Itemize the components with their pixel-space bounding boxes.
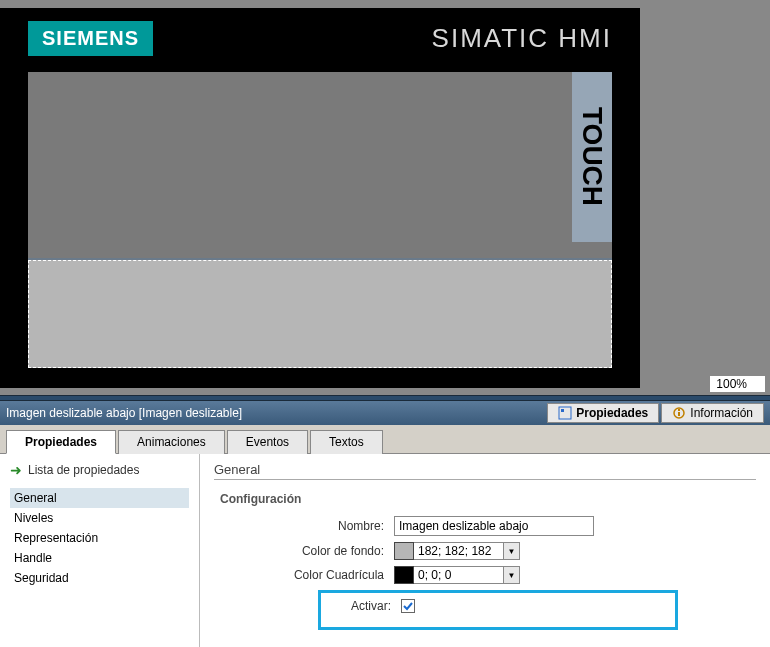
- tab-propiedades[interactable]: Propiedades: [6, 430, 116, 454]
- inspector-content: ➜ Lista de propiedades General Niveles R…: [0, 454, 770, 647]
- sidebar-item-representacion[interactable]: Representación: [10, 528, 189, 548]
- zoom-indicator[interactable]: 100%: [709, 375, 766, 393]
- device-header: SIEMENS SIMATIC HMI: [0, 8, 640, 68]
- sidebar-item-seguridad[interactable]: Seguridad: [10, 568, 189, 588]
- swatch-color-fondo[interactable]: [394, 542, 414, 560]
- label-activar: Activar:: [325, 599, 401, 613]
- product-title: SIMATIC HMI: [432, 23, 612, 54]
- hmi-device-frame: SIEMENS SIMATIC HMI TOUCH: [0, 8, 640, 388]
- inspector-titlebar: Imagen deslizable abajo [Imagen deslizab…: [0, 401, 770, 425]
- svg-rect-0: [559, 407, 571, 419]
- siemens-logo: SIEMENS: [28, 21, 153, 56]
- dropdown-color-fondo[interactable]: ▼: [504, 542, 520, 560]
- svg-rect-3: [678, 412, 680, 416]
- highlight-activar: Activar:: [318, 590, 678, 630]
- tab-animaciones[interactable]: Animaciones: [118, 430, 225, 454]
- property-list-header[interactable]: ➜ Lista de propiedades: [10, 462, 189, 478]
- input-color-fondo[interactable]: [414, 542, 504, 560]
- label-color-cuadricula: Color Cuadrícula: [214, 568, 394, 582]
- tab-eventos[interactable]: Eventos: [227, 430, 308, 454]
- properties-icon: [558, 406, 572, 420]
- slide-in-screen-bottom[interactable]: [28, 260, 612, 368]
- row-nombre: Nombre:: [214, 516, 756, 536]
- property-list-sidebar: ➜ Lista de propiedades General Niveles R…: [0, 454, 200, 647]
- inspector-tab-info[interactable]: Información: [661, 403, 764, 423]
- tab-textos[interactable]: Textos: [310, 430, 383, 454]
- list-icon: ➜: [10, 462, 22, 478]
- swatch-color-cuadricula[interactable]: [394, 566, 414, 584]
- row-color-fondo: Color de fondo: ▼: [214, 542, 756, 560]
- inspector-tabstrip: Propiedades Animaciones Eventos Textos: [0, 425, 770, 454]
- section-title: General: [214, 462, 756, 480]
- input-nombre[interactable]: [394, 516, 594, 536]
- label-color-fondo: Color de fondo:: [214, 544, 394, 558]
- svg-rect-4: [678, 409, 680, 411]
- input-color-cuadricula[interactable]: [414, 566, 504, 584]
- sidebar-item-general[interactable]: General: [10, 488, 189, 508]
- object-title: Imagen deslizable abajo [Imagen deslizab…: [6, 406, 547, 420]
- grid-dots: [33, 265, 607, 363]
- property-list-title: Lista de propiedades: [28, 463, 139, 477]
- dropdown-color-cuadricula[interactable]: ▼: [504, 566, 520, 584]
- info-icon: [672, 406, 686, 420]
- label-nombre: Nombre:: [214, 519, 394, 533]
- inspector-tab-label: Propiedades: [576, 406, 648, 420]
- screen-main-area[interactable]: [28, 72, 612, 258]
- svg-rect-1: [561, 409, 564, 412]
- inspector-tab-label: Información: [690, 406, 753, 420]
- touch-side-label: TOUCH: [572, 72, 612, 242]
- sidebar-item-niveles[interactable]: Niveles: [10, 508, 189, 528]
- row-color-cuadricula: Color Cuadrícula ▼: [214, 566, 756, 584]
- property-panel: General Configuración Nombre: Color de f…: [200, 454, 770, 647]
- device-screen: [28, 72, 612, 368]
- checkbox-activar[interactable]: [401, 599, 415, 613]
- inspector-tab-properties[interactable]: Propiedades: [547, 403, 659, 423]
- sidebar-item-handle[interactable]: Handle: [10, 548, 189, 568]
- device-preview-area: SIEMENS SIMATIC HMI TOUCH 100%: [0, 0, 770, 395]
- group-title: Configuración: [214, 492, 756, 506]
